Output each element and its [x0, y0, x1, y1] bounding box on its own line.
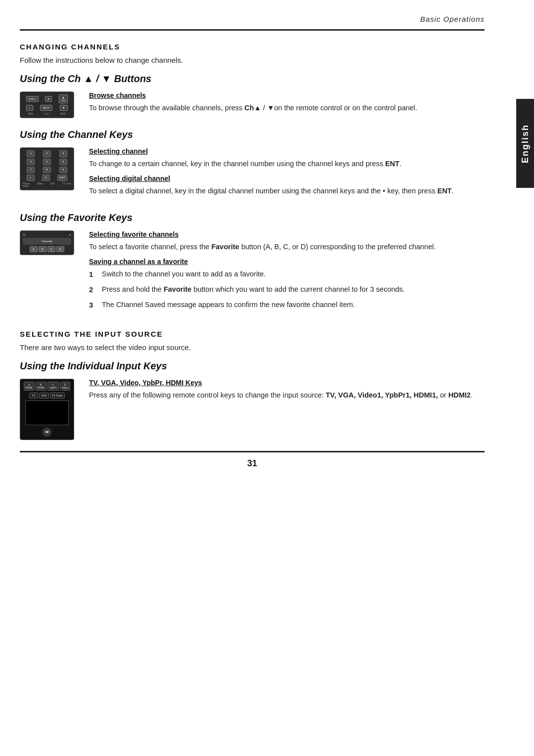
page-container: English Basic Operations Changing Channe…	[0, 0, 534, 756]
input-remote-screen	[25, 400, 69, 425]
bottom-rule	[20, 451, 485, 452]
tv-vga-keys-subheading: TV, VGA, Video, YpbPr, HDMI Keys	[89, 379, 485, 387]
key-6: 6	[59, 159, 67, 165]
step-2: 2 Press and hold the Favorite button whi…	[89, 284, 485, 295]
step-3: 3 The Channel Saved message appears to c…	[89, 299, 485, 311]
selecting-digital-channel-subheading: Selecting digital channel	[89, 175, 485, 182]
tv-vga-keys-body: Press any of the following remote contro…	[89, 390, 485, 400]
input-keys-text: TV, VGA, Video, YpbPr, HDMI Keys Press a…	[89, 379, 485, 405]
saving-favorite-steps: 1 Switch to the channel you want to add …	[89, 268, 485, 311]
page-header: Basic Operations	[20, 15, 485, 26]
using-individual-input-keys-label: Using the Individual Input Keys	[20, 360, 167, 371]
input-key-d: DVideo	[60, 382, 71, 391]
fav-btn-d: D	[56, 246, 64, 252]
selecting-channel-body: To change to a certain channel, key in t…	[89, 158, 485, 169]
using-ch-buttons-label: Using the Ch ▲ / ▼ Buttons	[20, 73, 151, 84]
channel-keys-block: 1 2 3 4 5 6 7 8 9	[20, 147, 485, 201]
ch-remote-panel: VOL+ ⊕ ▲CH − INPUT ▼ EPG C.C. MTS	[20, 91, 74, 118]
ch-down-btn: ▼	[60, 105, 68, 111]
selecting-digital-channel-body: To select a digital channel, key in the …	[89, 185, 485, 196]
selecting-channel-subheading: Selecting channel	[89, 147, 485, 155]
key-dot: •	[27, 175, 35, 181]
browse-channels-body: To browse through the available channels…	[89, 102, 485, 113]
selecting-input-source-intro: There are two ways to select the video i…	[20, 343, 485, 352]
key-7: 7	[27, 167, 35, 173]
input-key-f: VGA	[39, 393, 49, 399]
numpad-bottom-labels: PictureMode Sleep VGA TV Tuner	[23, 182, 71, 187]
using-individual-input-keys-heading: Using the Individual Input Keys	[20, 360, 485, 372]
key-3: 3	[59, 150, 67, 157]
input-key-c: CYpbPr	[47, 382, 59, 391]
input-remote-logo: W	[42, 427, 52, 437]
fav-btn-a: A	[30, 246, 38, 252]
input-key-g: TV Tuner	[50, 393, 65, 399]
language-label: English	[520, 124, 531, 163]
using-channel-keys-label: Using the Channel Keys	[20, 129, 133, 140]
numpad-remote-image: 1 2 3 4 5 6 7 8 9	[20, 147, 79, 190]
favorite-keys-text: Selecting favorite channels To select a …	[89, 230, 485, 318]
key-0: 0	[42, 175, 50, 181]
key-4: 4	[27, 159, 35, 165]
selecting-favorite-body: To select a favorite channel, press the …	[89, 241, 485, 252]
changing-channels-section: Changing Channels Follow the instruction…	[20, 43, 485, 319]
favorite-remote-image: TS ▼ Favorite A B C D	[20, 230, 79, 255]
fav-btn-b: B	[39, 246, 46, 252]
key-1: 1	[27, 150, 35, 157]
top-rule	[20, 29, 485, 31]
header-title: Basic Operations	[420, 15, 485, 23]
input-key-e: TV	[29, 393, 38, 399]
page-number: 31	[20, 458, 485, 469]
ch-bottom-labels: EPG C.C. MTS	[23, 112, 71, 115]
input-key-a: AHDMI	[24, 382, 35, 391]
browse-channels-subheading: Browse channels	[89, 91, 485, 99]
numpad-panel: 1 2 3 4 5 6 7 8 9	[20, 147, 74, 190]
using-favorite-keys-label: Using the Favorite Keys	[20, 212, 133, 223]
channel-keys-text: Selecting channel To change to a certain…	[89, 147, 485, 201]
key-8: 8	[43, 167, 51, 173]
key-5: 5	[43, 159, 51, 165]
main-content: Basic Operations Changing Channels Follo…	[20, 0, 514, 756]
browse-channels-block: VOL+ ⊕ ▲CH − INPUT ▼ EPG C.C. MTS	[20, 91, 485, 118]
changing-channels-intro: Follow the instructions below to change …	[20, 56, 485, 64]
input-keys-block: AHDMI BHDMI CYpbPr DVideo TV VGA TV Tune…	[20, 379, 485, 440]
fav-buttons: A B C D	[23, 246, 71, 252]
using-favorite-keys-heading: Using the Favorite Keys	[20, 212, 485, 223]
ch-vol-down: −	[26, 105, 33, 111]
ch-up-btn: ▲CH	[59, 94, 68, 103]
fav-remote-panel: TS ▼ Favorite A B C D	[20, 230, 74, 255]
key-ent: ENT	[57, 175, 67, 181]
fav-btn-c: C	[47, 246, 55, 252]
selecting-input-source-heading: Selecting the Input Source	[20, 330, 485, 338]
favorite-keys-block: TS ▼ Favorite A B C D Selecting favorit	[20, 230, 485, 318]
input-remote-image: AHDMI BHDMI CYpbPr DVideo TV VGA TV Tune…	[20, 379, 79, 440]
fav-label: Favorite	[23, 238, 71, 245]
key-9: 9	[59, 167, 67, 173]
ch-input-btn: INPUT	[40, 105, 52, 111]
browse-channels-text: Browse channels To browse through the av…	[89, 91, 485, 118]
changing-channels-heading: Changing Channels	[20, 43, 485, 51]
input-key-b: BHDMI	[36, 382, 46, 391]
using-channel-keys-heading: Using the Channel Keys	[20, 129, 485, 140]
input-remote-panel: AHDMI BHDMI CYpbPr DVideo TV VGA TV Tune…	[20, 379, 74, 440]
ch-epg-btn: ⊕	[45, 96, 52, 102]
saving-favorite-subheading: Saving a channel as a favorite	[89, 258, 485, 266]
selecting-favorite-subheading: Selecting favorite channels	[89, 230, 485, 238]
selecting-input-source-section: Selecting the Input Source There are two…	[20, 330, 485, 440]
language-tab: English	[516, 99, 534, 188]
step-1: 1 Switch to the channel you want to add …	[89, 268, 485, 280]
ch-vol-btn: VOL+	[26, 96, 39, 102]
using-ch-buttons-heading: Using the Ch ▲ / ▼ Buttons	[20, 73, 485, 85]
ch-remote-image: VOL+ ⊕ ▲CH − INPUT ▼ EPG C.C. MTS	[20, 91, 79, 118]
key-2: 2	[43, 150, 51, 157]
